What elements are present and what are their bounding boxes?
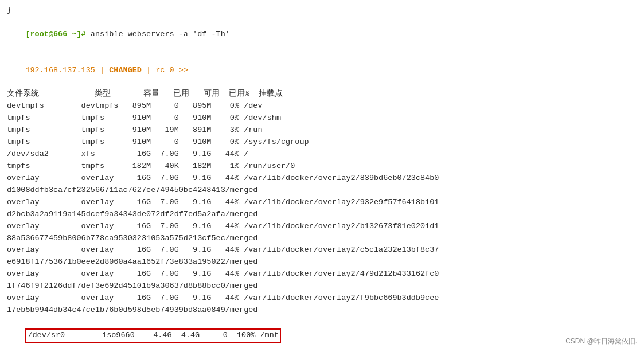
rc-text: | rc=0 >> <box>142 66 188 75</box>
line-tmpfs-shm: tmpfs tmpfs 910M 0 910M 0% /dev/shm <box>7 112 637 124</box>
line-overlay5b: 1f746f9f2126ddf7def3e692d45101b9a30637d8… <box>7 280 637 292</box>
line-overlay3a: overlay overlay 16G 7.0G 9.1G 44% /var/l… <box>7 221 637 233</box>
line-overlay3b: 88a536677459b8006b778ca95303231053a575d2… <box>7 233 637 245</box>
line-devtmpfs: devtmpfs devtmpfs 895M 0 895M 0% /dev <box>7 100 637 112</box>
line-overlay1b: d1008ddfb3ca7cf232566711ac7627ee749450bc… <box>7 185 637 197</box>
line-overlay2b: d2bcb3a2a9119a145dcef9a34343de072df2df7e… <box>7 209 637 221</box>
line-sr0-highlighted: /dev/sr0 iso9660 4.4G 4.4G 0 100% /mnt <box>7 316 637 352</box>
line-brace: } <box>7 5 637 17</box>
line-overlay5a: overlay overlay 16G 7.0G 9.1G 44% /var/l… <box>7 268 637 280</box>
line-overlay2a: overlay overlay 16G 7.0G 9.1G 44% /var/l… <box>7 197 637 209</box>
line-overlay4a: overlay overlay 16G 7.0G 9.1G 44% /var/l… <box>7 244 637 256</box>
line-header: 文件系统 类型 容量 已用 可用 已用% 挂载点 <box>7 88 637 100</box>
prompt-label: [root@666 ~]# <box>25 30 90 38</box>
line-status: 192.168.137.135 | CHANGED | rc=0 >> <box>7 53 637 89</box>
line-sda2: /dev/sda2 xfs 16G 7.0G 9.1G 44% / <box>7 148 637 161</box>
line-overlay1a: overlay overlay 16G 7.0G 9.1G 44% /var/l… <box>7 173 637 185</box>
terminal-window: } [root@666 ~]# ansible webservers -a 'd… <box>0 0 644 352</box>
line-tmpfs-user: tmpfs tmpfs 182M 40K 182M 1% /run/user/0 <box>7 161 637 173</box>
line-overlay4b: e6918f17753671b0eee2d8060a4aa1652f73e833… <box>7 256 637 268</box>
command-text: ansible webservers -a 'df -Th' <box>91 30 230 38</box>
highlighted-sr0-text: /dev/sr0 iso9660 4.4G 4.4G 0 100% /mnt <box>25 328 280 343</box>
csdn-watermark: CSDN @昨日海棠依旧. <box>565 337 637 346</box>
line-tmpfs-sys: tmpfs tmpfs 910M 0 910M 0% /sys/fs/cgrou… <box>7 136 637 148</box>
line-overlay6a: overlay overlay 16G 7.0G 9.1G 44% /var/l… <box>7 292 637 304</box>
line-command: [root@666 ~]# ansible webservers -a 'df … <box>7 17 637 53</box>
line-overlay6b: 17eb5b9944db34c47ce1b76b0d598d5eb74939bd… <box>7 304 637 316</box>
line-tmpfs-run: tmpfs tmpfs 910M 19M 891M 3% /run <box>7 124 637 136</box>
ip-address: 192.168.137.135 | <box>25 66 109 75</box>
changed-badge: CHANGED <box>109 66 142 75</box>
